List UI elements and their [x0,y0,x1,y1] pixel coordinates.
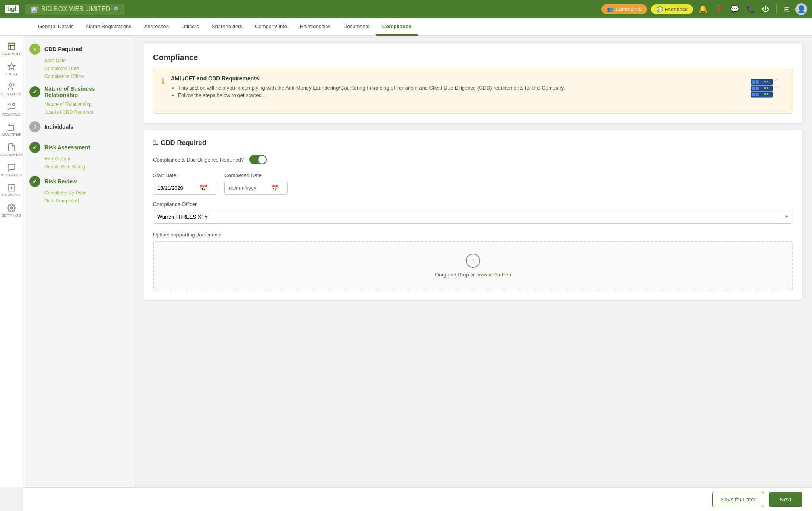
browse-link[interactable]: browse for files [476,272,511,278]
step-link-compliance-officer[interactable]: Compliance Officer [44,74,127,79]
alert-point-2: Follow the steps below to get started... [178,92,739,98]
nav-officers[interactable]: Officers [175,18,205,36]
compliance-title-card: Compliance ℹ AML/CFT and CDD Requirement… [144,44,802,123]
svg-rect-0 [8,43,15,50]
step-link-completed-by[interactable]: Completed By User [44,190,127,196]
completed-date-input[interactable]: 📅 [224,181,288,195]
sidebar-item-company[interactable]: COMPANY [0,39,23,59]
sidebar-item-trust[interactable]: TRUST [0,59,23,79]
step-title-nature: Nature of Business Relationship [44,86,127,98]
step-link-risk-options[interactable]: Risk Options [44,156,127,162]
check-icon-2: ✓ [33,89,37,95]
svg-rect-17 [752,87,755,90]
check-icon-4: ✓ [33,144,37,151]
sidebar-label-settings: SETTINGS [2,214,21,217]
company-name-display[interactable]: 🏢 BIG BOX WEB LIMITED 🔍 [25,4,125,15]
svg-rect-22 [752,93,755,96]
sidebar-item-documents[interactable]: DOCUMENTS [0,140,23,160]
compliance-officer-label: Compliance Officer [153,201,793,207]
left-icon-sidebar: COMPANY TRUST CONTACTS REVIEWS MULT [0,36,23,487]
compliance-toggle[interactable] [249,155,267,164]
step-group-risk-assessment: ✓ Risk Assessment Risk Options Overall R… [23,142,134,176]
sidebar-item-reports[interactable]: REPORTS [0,180,23,200]
alert-content: AML/CFT and CDD Requirements This sectio… [171,75,739,100]
alert-title: AML/CFT and CDD Requirements [171,75,739,82]
step-title-review: Risk Review [44,178,77,185]
save-for-later-button[interactable]: Save for Later [712,492,764,507]
nav-compliance[interactable]: Compliance [376,18,418,36]
feedback-button[interactable]: 💬 Feedback [651,4,693,14]
step-number-1: 1 [29,44,40,55]
app-logo: bgl [5,5,19,13]
step-title-cdd: CDD Required [44,46,82,52]
compliance-officer-select[interactable]: Warren THREESIXTY [153,210,793,224]
nav-addresses[interactable]: Addresses [138,18,175,36]
main-content: Compliance ℹ AML/CFT and CDD Requirement… [134,36,812,487]
step-link-risk-rating[interactable]: Overall Risk Rating [44,164,127,170]
community-icon: 👥 [607,6,613,12]
start-date-input[interactable]: 📅 [153,181,216,195]
toggle-label: Compliance & Due Diligence Required? [153,157,244,163]
step-title-risk: Risk Assessment [44,144,90,151]
user-avatar[interactable]: 👤 [795,3,807,15]
company-icon: 🏢 [30,6,38,13]
sidebar-label-messages: MESSAGES [0,173,22,177]
grid-icon[interactable]: ⊞ [782,3,791,15]
sidebar-item-settings[interactable]: SETTINGS [0,200,23,221]
step-number-4: ✓ [29,142,40,153]
sidebar-item-contacts[interactable]: CONTACTS [0,79,23,99]
sidebar-item-messages[interactable]: MESSAGES [0,160,23,180]
step-link-nature-rel[interactable]: Nature of Relationship [44,101,127,107]
upload-area[interactable]: ↑ Drag and Drop or browse for files [153,241,793,290]
step-link-date-completed[interactable]: Date Completed [44,198,127,204]
compliance-officer-group: Compliance Officer Warren THREESIXTY [153,201,793,224]
svg-rect-20 [767,87,768,89]
help-icon[interactable]: ❓ [713,3,725,15]
step-link-start-date[interactable]: Start Date [44,58,127,63]
nav-name-registrations[interactable]: Name Registrations [80,18,138,36]
svg-rect-19 [764,87,766,89]
step-links-risk: Risk Options Overall Risk Rating [29,156,127,170]
next-button[interactable]: Next [769,492,802,507]
step-number-3: ? [29,121,40,132]
nav-relationships[interactable]: Relationships [293,18,337,36]
svg-rect-23 [756,93,759,96]
nav-company-info[interactable]: Company Info [249,18,293,36]
step-link-completed-date[interactable]: Completed Date [44,66,127,71]
step-number-2: ✓ [29,86,40,97]
check-icon-5: ✓ [33,178,37,185]
sidebar-label-documents: DOCUMENTS [0,153,24,157]
alert-info-icon: ℹ [161,76,165,86]
sidebar-label-reports: REPORTS [2,193,21,197]
date-form-row: Start Date 📅 Completed Date 📅 [153,172,793,195]
step-group-cdd: 1 CDD Required Start Date Completed Date… [23,44,134,86]
steps-sidebar: 1 CDD Required Start Date Completed Date… [23,36,134,487]
feedback-icon: 💬 [657,6,663,12]
sidebar-item-reviews[interactable]: REVIEWS [0,99,23,120]
step-number-5: ✓ [29,176,40,187]
cdd-section-title: 1. CDD Required [153,139,793,147]
step-link-level-cdd[interactable]: Level of CDD Required [44,109,127,115]
start-date-field[interactable] [157,185,197,191]
chat-icon[interactable]: 💬 [729,3,741,15]
completed-date-field[interactable] [229,185,268,191]
top-bar: bgl 🏢 BIG BOX WEB LIMITED 🔍 👥 Community … [0,0,812,18]
page-title: Compliance [153,53,793,62]
sidebar-label-contacts: CONTACTS [1,92,22,96]
server-illustration [745,75,785,107]
step-group-individuals: ? Individuals [23,121,134,142]
sidebar-item-multiple[interactable]: MULTIPLE [0,120,23,140]
sub-navigation: General Details Name Registrations Addre… [0,18,812,36]
search-icon: 🔍 [113,6,120,12]
svg-rect-12 [752,80,755,84]
nav-documents[interactable]: Documents [337,18,376,36]
phone-icon[interactable]: 📞 [745,3,756,15]
power-icon[interactable]: ⏻ [760,4,771,15]
nav-shareholders[interactable]: Shareholders [205,18,249,36]
step-group-nature: ✓ Nature of Business Relationship Nature… [23,86,134,121]
notifications-icon[interactable]: 🔔 [697,3,709,15]
community-button[interactable]: 👥 Community [601,4,647,14]
main-layout: COMPANY TRUST CONTACTS REVIEWS MULT [0,36,812,487]
alert-point-1: This section will help you in complying … [178,85,739,91]
nav-general-details[interactable]: General Details [32,18,80,36]
